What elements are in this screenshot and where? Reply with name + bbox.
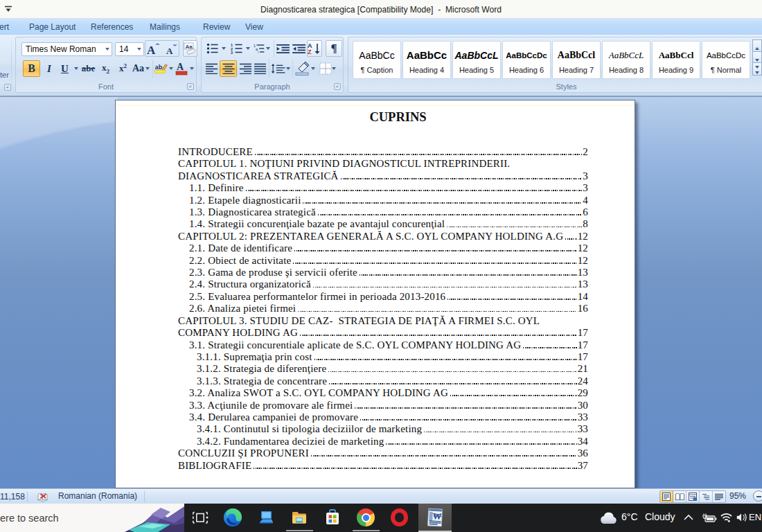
svg-text:A: A [147, 44, 156, 56]
svg-text:3: 3 [231, 51, 233, 54]
svg-text:Aa: Aa [186, 43, 193, 49]
svg-text:A: A [166, 46, 173, 56]
svg-text:A: A [177, 62, 184, 72]
svg-text:Z: Z [308, 48, 312, 55]
svg-text:i: i [258, 50, 258, 54]
svg-text:ab: ab [155, 64, 163, 71]
